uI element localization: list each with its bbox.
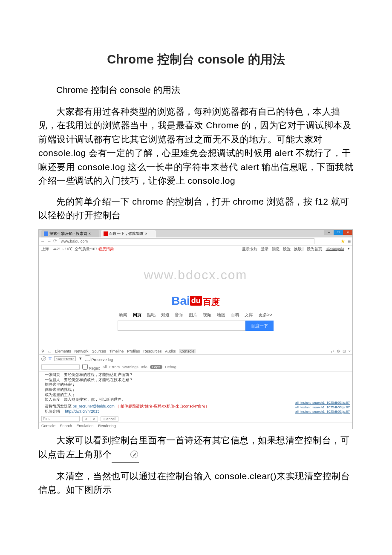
paragraph-3: 大家可以看到控制台里面有一首诗还有其它信息，如果想清空控制台，可以点击左上角那个 [38,434,354,462]
nav-item[interactable]: 图片 [189,312,197,317]
toplink[interactable]: 设置 [283,246,291,252]
preserve-log-checkbox[interactable]: Preserve log [85,356,113,362]
drawer-tab[interactable]: Search [60,424,72,428]
inspect-icon[interactable]: ⚲ [41,349,44,353]
window-buttons: – □ × [324,230,352,235]
console-filter-input[interactable] [41,364,80,370]
reload-icon[interactable]: ⟳ [53,238,57,244]
tab-close-icon[interactable]: × [145,231,147,236]
find-cancel-button[interactable]: Cancel [101,416,118,422]
toplink[interactable]: 换肤 | [294,246,304,252]
device-toggle-icon[interactable]: ▭ [48,349,52,353]
dt-tab[interactable]: Resources [143,349,161,353]
back-icon[interactable]: ← [40,239,45,244]
browser-url-bar: ← → ⟳ www.baidu.com ★ ≡ [39,237,352,246]
browser-tab[interactable]: 搜索引擎营销 - 搜索篇 × [41,230,99,237]
console-output: 一张网页，要经历怎样的过程，才能抵达用户面前？ 一位新人，要经历怎样的成长，才能… [39,372,352,415]
regex-checkbox[interactable]: Regex [82,364,100,370]
tab-close-icon[interactable]: × [89,231,91,236]
clear-console-inline-icon [130,451,138,458]
window-close-button[interactable]: × [343,230,352,235]
browser-screenshot: 搜索引擎营销 - 搜索篇 × 百度一下，你就知道 × – □ × ← → ⟳ w… [38,229,353,430]
user-dropdown-icon[interactable]: ▾ [348,246,350,252]
filter-level-warnings[interactable]: Warnings [122,365,138,369]
recruit-email: ps_recruiter@baidu.com [73,404,115,408]
frame-dropdown-icon[interactable]: ▼ [78,356,82,361]
forward-icon[interactable]: → [47,239,52,244]
window-minimize-button[interactable]: – [324,230,334,235]
nav-item[interactable]: 百科 [231,312,239,317]
dt-tab-console-active[interactable]: Console [179,349,196,353]
find-next-button[interactable]: ∨ [90,417,98,421]
nav-item[interactable]: 新闻 [119,312,127,317]
logo-cn: 百度 [203,297,220,306]
toplink[interactable]: 显示卡片 [242,246,257,252]
console-source-links: all_instant_search1_1025db53.js:87 all_i… [295,401,350,414]
window-maximize-button[interactable]: □ [334,230,343,235]
dt-tab[interactable]: Profiles [127,349,140,353]
drawer-tab[interactable]: Console [41,424,55,428]
filter-level-debug[interactable]: Debug [165,365,176,369]
dock-side-icon[interactable]: ⊡ [343,349,346,353]
source-link[interactable]: all_instant_search1_1025db53.js:87 [295,401,350,405]
favicon-icon [104,231,108,236]
dt-tab[interactable]: Network [75,349,89,353]
url-text: www.baidu.com [61,239,88,243]
nav-item[interactable]: 视频 [203,312,211,317]
nav-item-more[interactable]: 更多>> [259,312,272,317]
dt-tab[interactable]: Timeline [110,349,124,353]
url-input[interactable]: www.baidu.com [59,238,314,244]
drawer-tab[interactable]: Emulation [77,424,94,428]
weather-location: 上海： [41,246,53,252]
drawer-tab[interactable]: Rendering [98,424,116,428]
recruit-note: （ 邮件标题请以"姓名-应聘XX职位-来自console"命名） [115,404,209,408]
nav-item[interactable]: 地图 [217,312,225,317]
filter-level-errors[interactable]: Errors [110,365,120,369]
filter-level-info[interactable]: Info [141,365,147,369]
find-input[interactable]: Find [41,416,80,422]
filter-level-logs-active[interactable]: Logs [150,365,163,369]
find-prev-button[interactable]: ∧ [83,417,90,421]
console-line: 一位新人，要经历怎样的成长，才能站在技术之巅？ [45,378,350,383]
source-link[interactable]: all_instant_search1_1025db53.js:87 [295,405,350,410]
search-button[interactable]: 百度一下 [245,321,274,331]
logo-du: du [190,296,202,306]
nav-item[interactable]: 文库 [245,312,253,317]
tab-label: 搜索引擎营销 - 搜索篇 [49,231,87,237]
frame-selector[interactable]: <top frame> [54,356,76,361]
dt-tab[interactable]: Sources [92,349,106,353]
dt-tab[interactable]: Audits [165,349,176,353]
page-top-strip: 上海： ☁ 21～16℃ 空气质量:107 轻度污染 显示卡片 登录 消息 设置… [39,246,352,253]
nav-item[interactable]: 知道 [161,312,170,317]
filter-level-all[interactable]: All [103,365,107,369]
nav-item[interactable]: 贴吧 [147,312,156,317]
nav-item-active[interactable]: 网页 [133,312,141,317]
settings-gear-icon[interactable]: ⚙ [337,349,340,353]
source-link[interactable]: all_instant_search1_1025db53.js:87 [295,410,350,414]
joblink-url[interactable]: http://dwz.cn/hr2013 [65,409,100,413]
toplink[interactable]: 登录 [261,246,268,252]
toplink[interactable]: 设为首页 [307,246,322,252]
browser-tab-active[interactable]: 百度一下，你就知道 × [101,230,156,237]
paragraph-1: 大家都有用过各种类型的浏览器，每种浏览器都有自己的特色，本人拙见，在我用过的浏览… [38,105,354,188]
para3-text: 大家可以看到控制台里面有一首诗还有其它信息，如果想清空控制台，可以点击左上角那个 [38,435,349,459]
toplink[interactable]: 消息 [272,246,280,252]
clear-console-icon[interactable] [41,356,46,361]
search-row: 百度一下 [39,321,352,331]
devtools-drawer-tabs: Console Search Emulation Rendering [39,422,352,429]
devtools-tab-bar: ⚲ ▭ Elements Network Sources Timeline Pr… [39,348,352,355]
recruit-label: 请将简历发送至 [45,404,73,408]
preserve-log-label: Preserve log [92,358,113,362]
console-line: 成为这里的主人； [45,393,350,398]
baidu-logo: Baidu百度 [39,294,352,308]
bookmark-star-icon[interactable]: ★ [340,238,345,244]
dt-tab[interactable]: Elements [55,349,71,353]
devtools-context-row: ▽ <top frame> ▼ Preserve log [39,355,352,363]
browser-menu-icon[interactable]: ≡ [348,238,351,244]
devtools-close-icon[interactable]: × [349,349,351,353]
search-input[interactable] [118,321,245,331]
drawer-toggle-icon[interactable]: ⇄ [331,349,334,353]
execution-context-icon[interactable]: ▽ [49,356,52,361]
nav-item[interactable]: 音乐 [175,312,183,317]
toplink-username[interactable]: isbnangela [326,246,344,252]
